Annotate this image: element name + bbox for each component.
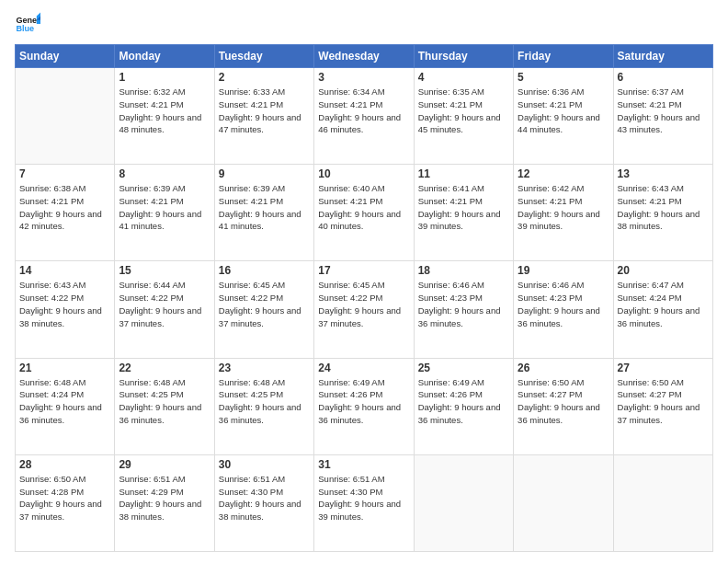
day-info: Sunrise: 6:50 AM Sunset: 4:27 PM Dayligh… — [618, 376, 709, 427]
day-info: Sunrise: 6:43 AM Sunset: 4:22 PM Dayligh… — [19, 279, 110, 329]
calendar-cell: 27Sunrise: 6:50 AM Sunset: 4:27 PM Dayli… — [613, 358, 712, 454]
day-info: Sunrise: 6:51 AM Sunset: 4:29 PM Dayligh… — [119, 473, 210, 523]
day-info: Sunrise: 6:46 AM Sunset: 4:23 PM Dayligh… — [418, 279, 509, 329]
calendar-cell — [414, 454, 513, 551]
calendar-cell: 3Sunrise: 6:34 AM Sunset: 4:21 PM Daylig… — [314, 68, 414, 165]
calendar-week-row: 28Sunrise: 6:50 AM Sunset: 4:28 PM Dayli… — [16, 454, 713, 551]
day-number: 15 — [119, 264, 210, 277]
day-number: 2 — [219, 71, 310, 84]
day-number: 25 — [418, 362, 509, 374]
calendar-cell: 5Sunrise: 6:36 AM Sunset: 4:21 PM Daylig… — [514, 68, 613, 165]
calendar-week-row: 1Sunrise: 6:32 AM Sunset: 4:21 PM Daylig… — [16, 68, 713, 165]
calendar-cell: 21Sunrise: 6:48 AM Sunset: 4:24 PM Dayli… — [16, 358, 115, 454]
day-info: Sunrise: 6:40 AM Sunset: 4:21 PM Dayligh… — [318, 182, 409, 233]
calendar-cell: 26Sunrise: 6:50 AM Sunset: 4:27 PM Dayli… — [514, 358, 613, 454]
calendar-cell: 12Sunrise: 6:42 AM Sunset: 4:21 PM Dayli… — [514, 165, 613, 261]
calendar-header-row: SundayMondayTuesdayWednesdayThursdayFrid… — [16, 45, 713, 68]
calendar-cell: 1Sunrise: 6:32 AM Sunset: 4:21 PM Daylig… — [115, 68, 214, 165]
day-info: Sunrise: 6:34 AM Sunset: 4:21 PM Dayligh… — [318, 86, 409, 136]
day-info: Sunrise: 6:39 AM Sunset: 4:21 PM Dayligh… — [119, 182, 210, 233]
calendar-week-row: 14Sunrise: 6:43 AM Sunset: 4:22 PM Dayli… — [16, 261, 713, 358]
day-info: Sunrise: 6:46 AM Sunset: 4:23 PM Dayligh… — [518, 279, 609, 329]
day-number: 31 — [318, 458, 409, 471]
svg-text:Blue: Blue — [16, 24, 34, 33]
day-info: Sunrise: 6:45 AM Sunset: 4:22 PM Dayligh… — [219, 279, 310, 329]
calendar-cell: 8Sunrise: 6:39 AM Sunset: 4:21 PM Daylig… — [115, 165, 214, 261]
calendar-cell: 25Sunrise: 6:49 AM Sunset: 4:26 PM Dayli… — [414, 358, 513, 454]
calendar-week-row: 7Sunrise: 6:38 AM Sunset: 4:21 PM Daylig… — [16, 165, 713, 261]
day-number: 16 — [219, 264, 310, 277]
day-number: 12 — [518, 167, 609, 180]
day-of-week-header: Thursday — [414, 45, 513, 68]
day-number: 9 — [219, 167, 310, 180]
calendar-cell: 2Sunrise: 6:33 AM Sunset: 4:21 PM Daylig… — [214, 68, 313, 165]
day-info: Sunrise: 6:37 AM Sunset: 4:21 PM Dayligh… — [618, 86, 709, 136]
day-info: Sunrise: 6:50 AM Sunset: 4:27 PM Dayligh… — [518, 376, 609, 427]
calendar-cell: 15Sunrise: 6:44 AM Sunset: 4:22 PM Dayli… — [115, 261, 214, 358]
day-number: 7 — [19, 167, 110, 180]
day-number: 6 — [618, 71, 709, 84]
day-of-week-header: Saturday — [613, 45, 712, 68]
day-number: 5 — [518, 71, 609, 84]
page: General Blue SundayMondayTuesdayWednesda… — [0, 0, 728, 563]
day-number: 17 — [318, 264, 409, 277]
day-number: 20 — [618, 264, 709, 277]
day-info: Sunrise: 6:32 AM Sunset: 4:21 PM Dayligh… — [119, 86, 210, 136]
day-of-week-header: Monday — [115, 45, 214, 68]
calendar-cell — [613, 454, 712, 551]
day-number: 28 — [19, 458, 110, 471]
calendar-cell: 31Sunrise: 6:51 AM Sunset: 4:30 PM Dayli… — [314, 454, 414, 551]
day-info: Sunrise: 6:45 AM Sunset: 4:22 PM Dayligh… — [318, 279, 409, 329]
calendar-cell: 6Sunrise: 6:37 AM Sunset: 4:21 PM Daylig… — [613, 68, 712, 165]
day-number: 19 — [518, 264, 609, 277]
calendar-cell: 10Sunrise: 6:40 AM Sunset: 4:21 PM Dayli… — [314, 165, 414, 261]
day-info: Sunrise: 6:38 AM Sunset: 4:21 PM Dayligh… — [19, 182, 110, 233]
day-number: 13 — [618, 167, 709, 180]
day-number: 11 — [418, 167, 509, 180]
day-info: Sunrise: 6:33 AM Sunset: 4:21 PM Dayligh… — [219, 86, 310, 136]
logo: General Blue — [15, 11, 40, 37]
day-number: 29 — [119, 458, 210, 471]
day-number: 24 — [318, 362, 409, 374]
calendar-cell: 13Sunrise: 6:43 AM Sunset: 4:21 PM Dayli… — [613, 165, 712, 261]
day-info: Sunrise: 6:48 AM Sunset: 4:24 PM Dayligh… — [19, 376, 110, 427]
day-number: 21 — [19, 362, 110, 374]
calendar-cell: 28Sunrise: 6:50 AM Sunset: 4:28 PM Dayli… — [16, 454, 115, 551]
day-info: Sunrise: 6:44 AM Sunset: 4:22 PM Dayligh… — [119, 279, 210, 329]
day-number: 14 — [19, 264, 110, 277]
calendar-week-row: 21Sunrise: 6:48 AM Sunset: 4:24 PM Dayli… — [16, 358, 713, 454]
day-number: 26 — [518, 362, 609, 374]
day-number: 10 — [318, 167, 409, 180]
day-number: 23 — [219, 362, 310, 374]
calendar-cell: 11Sunrise: 6:41 AM Sunset: 4:21 PM Dayli… — [414, 165, 513, 261]
day-number: 18 — [418, 264, 509, 277]
day-info: Sunrise: 6:51 AM Sunset: 4:30 PM Dayligh… — [219, 473, 310, 523]
calendar-cell: 19Sunrise: 6:46 AM Sunset: 4:23 PM Dayli… — [514, 261, 613, 358]
calendar-cell: 22Sunrise: 6:48 AM Sunset: 4:25 PM Dayli… — [115, 358, 214, 454]
day-of-week-header: Wednesday — [314, 45, 414, 68]
calendar-cell: 4Sunrise: 6:35 AM Sunset: 4:21 PM Daylig… — [414, 68, 513, 165]
calendar-cell: 24Sunrise: 6:49 AM Sunset: 4:26 PM Dayli… — [314, 358, 414, 454]
calendar-cell: 29Sunrise: 6:51 AM Sunset: 4:29 PM Dayli… — [115, 454, 214, 551]
day-number: 3 — [318, 71, 409, 84]
day-info: Sunrise: 6:47 AM Sunset: 4:24 PM Dayligh… — [618, 279, 709, 329]
day-number: 4 — [418, 71, 509, 84]
day-number: 30 — [219, 458, 310, 471]
calendar-cell — [16, 68, 115, 165]
day-info: Sunrise: 6:39 AM Sunset: 4:21 PM Dayligh… — [219, 182, 310, 233]
day-info: Sunrise: 6:48 AM Sunset: 4:25 PM Dayligh… — [219, 376, 310, 427]
day-info: Sunrise: 6:49 AM Sunset: 4:26 PM Dayligh… — [418, 376, 509, 427]
calendar-cell: 20Sunrise: 6:47 AM Sunset: 4:24 PM Dayli… — [613, 261, 712, 358]
logo-icon: General Blue — [15, 11, 40, 37]
header: General Blue — [15, 11, 713, 37]
day-info: Sunrise: 6:51 AM Sunset: 4:30 PM Dayligh… — [318, 473, 409, 523]
day-number: 27 — [618, 362, 709, 374]
day-info: Sunrise: 6:36 AM Sunset: 4:21 PM Dayligh… — [518, 86, 609, 136]
day-info: Sunrise: 6:50 AM Sunset: 4:28 PM Dayligh… — [19, 473, 110, 523]
day-of-week-header: Friday — [514, 45, 613, 68]
day-of-week-header: Sunday — [16, 45, 115, 68]
day-number: 8 — [119, 167, 210, 180]
day-info: Sunrise: 6:49 AM Sunset: 4:26 PM Dayligh… — [318, 376, 409, 427]
day-of-week-header: Tuesday — [214, 45, 313, 68]
calendar-cell: 18Sunrise: 6:46 AM Sunset: 4:23 PM Dayli… — [414, 261, 513, 358]
